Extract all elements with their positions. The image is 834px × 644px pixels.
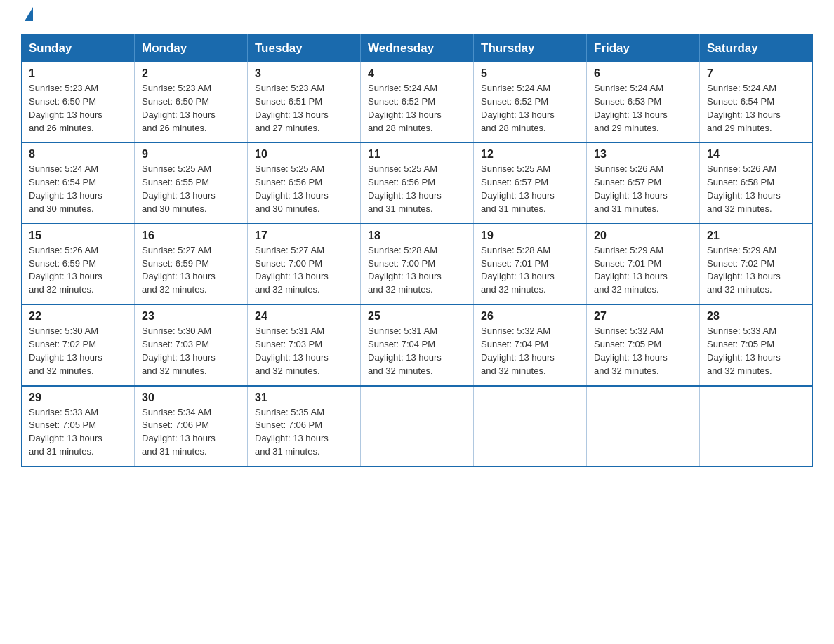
day-cell-10: 10 Sunrise: 5:25 AMSunset: 6:56 PMDaylig… bbox=[248, 142, 361, 223]
page-header bbox=[21, 14, 813, 21]
day-number: 21 bbox=[707, 229, 805, 242]
empty-cell bbox=[361, 386, 474, 467]
calendar-header: SundayMondayTuesdayWednesdayThursdayFrid… bbox=[22, 34, 813, 63]
day-number: 11 bbox=[368, 148, 466, 161]
day-cell-19: 19 Sunrise: 5:28 AMSunset: 7:01 PMDaylig… bbox=[474, 224, 587, 304]
day-info: Sunrise: 5:24 AMSunset: 6:52 PMDaylight:… bbox=[481, 83, 555, 133]
day-info: Sunrise: 5:26 AMSunset: 6:58 PMDaylight:… bbox=[707, 163, 781, 214]
day-cell-5: 5 Sunrise: 5:24 AMSunset: 6:52 PMDayligh… bbox=[474, 62, 587, 142]
day-number: 4 bbox=[368, 67, 466, 80]
day-cell-1: 1 Sunrise: 5:23 AMSunset: 6:50 PMDayligh… bbox=[22, 62, 135, 142]
day-number: 28 bbox=[707, 310, 805, 323]
day-info: Sunrise: 5:28 AMSunset: 7:00 PMDaylight:… bbox=[368, 245, 442, 295]
day-cell-9: 9 Sunrise: 5:25 AMSunset: 6:55 PMDayligh… bbox=[135, 142, 248, 223]
day-cell-15: 15 Sunrise: 5:26 AMSunset: 6:59 PMDaylig… bbox=[22, 224, 135, 304]
header-day-wednesday: Wednesday bbox=[361, 34, 474, 63]
day-cell-29: 29 Sunrise: 5:33 AMSunset: 7:05 PMDaylig… bbox=[22, 386, 135, 467]
day-number: 3 bbox=[255, 67, 353, 80]
day-cell-12: 12 Sunrise: 5:25 AMSunset: 6:57 PMDaylig… bbox=[474, 142, 587, 223]
day-number: 18 bbox=[368, 229, 466, 242]
day-info: Sunrise: 5:32 AMSunset: 7:05 PMDaylight:… bbox=[594, 326, 668, 376]
day-cell-13: 13 Sunrise: 5:26 AMSunset: 6:57 PMDaylig… bbox=[587, 142, 700, 223]
day-cell-31: 31 Sunrise: 5:35 AMSunset: 7:06 PMDaylig… bbox=[248, 386, 361, 467]
empty-cell bbox=[474, 386, 587, 467]
week-row-4: 22 Sunrise: 5:30 AMSunset: 7:02 PMDaylig… bbox=[22, 304, 813, 385]
day-cell-23: 23 Sunrise: 5:30 AMSunset: 7:03 PMDaylig… bbox=[135, 304, 248, 385]
day-number: 31 bbox=[255, 391, 353, 404]
calendar-body: 1 Sunrise: 5:23 AMSunset: 6:50 PMDayligh… bbox=[22, 62, 813, 466]
day-info: Sunrise: 5:27 AMSunset: 6:59 PMDaylight:… bbox=[142, 245, 216, 295]
day-number: 13 bbox=[594, 148, 692, 161]
day-cell-28: 28 Sunrise: 5:33 AMSunset: 7:05 PMDaylig… bbox=[700, 304, 813, 385]
empty-cell bbox=[700, 386, 813, 467]
day-cell-4: 4 Sunrise: 5:24 AMSunset: 6:52 PMDayligh… bbox=[361, 62, 474, 142]
day-info: Sunrise: 5:31 AMSunset: 7:03 PMDaylight:… bbox=[255, 326, 329, 376]
week-row-5: 29 Sunrise: 5:33 AMSunset: 7:05 PMDaylig… bbox=[22, 386, 813, 467]
day-number: 7 bbox=[707, 67, 805, 80]
day-number: 6 bbox=[594, 67, 692, 80]
header-day-thursday: Thursday bbox=[474, 34, 587, 63]
day-info: Sunrise: 5:35 AMSunset: 7:06 PMDaylight:… bbox=[255, 407, 329, 457]
day-info: Sunrise: 5:25 AMSunset: 6:55 PMDaylight:… bbox=[142, 163, 216, 214]
day-number: 24 bbox=[255, 310, 353, 323]
day-cell-18: 18 Sunrise: 5:28 AMSunset: 7:00 PMDaylig… bbox=[361, 224, 474, 304]
day-cell-8: 8 Sunrise: 5:24 AMSunset: 6:54 PMDayligh… bbox=[22, 142, 135, 223]
day-cell-7: 7 Sunrise: 5:24 AMSunset: 6:54 PMDayligh… bbox=[700, 62, 813, 142]
week-row-2: 8 Sunrise: 5:24 AMSunset: 6:54 PMDayligh… bbox=[22, 142, 813, 223]
day-cell-25: 25 Sunrise: 5:31 AMSunset: 7:04 PMDaylig… bbox=[361, 304, 474, 385]
day-info: Sunrise: 5:24 AMSunset: 6:52 PMDaylight:… bbox=[368, 83, 442, 133]
week-row-3: 15 Sunrise: 5:26 AMSunset: 6:59 PMDaylig… bbox=[22, 224, 813, 304]
day-info: Sunrise: 5:29 AMSunset: 7:02 PMDaylight:… bbox=[707, 245, 781, 295]
day-cell-30: 30 Sunrise: 5:34 AMSunset: 7:06 PMDaylig… bbox=[135, 386, 248, 467]
header-row: SundayMondayTuesdayWednesdayThursdayFrid… bbox=[22, 34, 813, 63]
day-number: 25 bbox=[368, 310, 466, 323]
day-cell-21: 21 Sunrise: 5:29 AMSunset: 7:02 PMDaylig… bbox=[700, 224, 813, 304]
day-number: 15 bbox=[29, 229, 127, 242]
day-cell-27: 27 Sunrise: 5:32 AMSunset: 7:05 PMDaylig… bbox=[587, 304, 700, 385]
header-day-friday: Friday bbox=[587, 34, 700, 63]
day-number: 23 bbox=[142, 310, 240, 323]
day-info: Sunrise: 5:23 AMSunset: 6:50 PMDaylight:… bbox=[29, 83, 102, 133]
day-cell-17: 17 Sunrise: 5:27 AMSunset: 7:00 PMDaylig… bbox=[248, 224, 361, 304]
day-cell-20: 20 Sunrise: 5:29 AMSunset: 7:01 PMDaylig… bbox=[587, 224, 700, 304]
day-info: Sunrise: 5:28 AMSunset: 7:01 PMDaylight:… bbox=[481, 245, 555, 295]
header-day-sunday: Sunday bbox=[22, 34, 135, 63]
day-info: Sunrise: 5:25 AMSunset: 6:56 PMDaylight:… bbox=[368, 163, 442, 214]
day-info: Sunrise: 5:34 AMSunset: 7:06 PMDaylight:… bbox=[142, 407, 216, 457]
day-number: 12 bbox=[481, 148, 579, 161]
day-info: Sunrise: 5:33 AMSunset: 7:05 PMDaylight:… bbox=[707, 326, 781, 376]
day-info: Sunrise: 5:29 AMSunset: 7:01 PMDaylight:… bbox=[594, 245, 668, 295]
day-cell-6: 6 Sunrise: 5:24 AMSunset: 6:53 PMDayligh… bbox=[587, 62, 700, 142]
day-cell-24: 24 Sunrise: 5:31 AMSunset: 7:03 PMDaylig… bbox=[248, 304, 361, 385]
day-number: 30 bbox=[142, 391, 240, 404]
day-number: 20 bbox=[594, 229, 692, 242]
day-info: Sunrise: 5:23 AMSunset: 6:50 PMDaylight:… bbox=[142, 83, 216, 133]
day-number: 14 bbox=[707, 148, 805, 161]
day-info: Sunrise: 5:25 AMSunset: 6:56 PMDaylight:… bbox=[255, 163, 329, 214]
day-info: Sunrise: 5:23 AMSunset: 6:51 PMDaylight:… bbox=[255, 83, 329, 133]
day-number: 29 bbox=[29, 391, 127, 404]
calendar-table: SundayMondayTuesdayWednesdayThursdayFrid… bbox=[21, 34, 813, 467]
day-number: 22 bbox=[29, 310, 127, 323]
day-info: Sunrise: 5:32 AMSunset: 7:04 PMDaylight:… bbox=[481, 326, 555, 376]
header-day-tuesday: Tuesday bbox=[248, 34, 361, 63]
day-number: 5 bbox=[481, 67, 579, 80]
day-number: 9 bbox=[142, 148, 240, 161]
logo bbox=[21, 14, 33, 21]
day-number: 19 bbox=[481, 229, 579, 242]
day-cell-22: 22 Sunrise: 5:30 AMSunset: 7:02 PMDaylig… bbox=[22, 304, 135, 385]
empty-cell bbox=[587, 386, 700, 467]
day-info: Sunrise: 5:24 AMSunset: 6:54 PMDaylight:… bbox=[707, 83, 781, 133]
day-info: Sunrise: 5:24 AMSunset: 6:53 PMDaylight:… bbox=[594, 83, 668, 133]
day-cell-11: 11 Sunrise: 5:25 AMSunset: 6:56 PMDaylig… bbox=[361, 142, 474, 223]
day-info: Sunrise: 5:24 AMSunset: 6:54 PMDaylight:… bbox=[29, 163, 102, 214]
day-number: 17 bbox=[255, 229, 353, 242]
day-cell-3: 3 Sunrise: 5:23 AMSunset: 6:51 PMDayligh… bbox=[248, 62, 361, 142]
day-info: Sunrise: 5:31 AMSunset: 7:04 PMDaylight:… bbox=[368, 326, 442, 376]
day-info: Sunrise: 5:26 AMSunset: 6:57 PMDaylight:… bbox=[594, 163, 668, 214]
day-number: 10 bbox=[255, 148, 353, 161]
day-number: 8 bbox=[29, 148, 127, 161]
day-info: Sunrise: 5:33 AMSunset: 7:05 PMDaylight:… bbox=[29, 407, 102, 457]
day-cell-26: 26 Sunrise: 5:32 AMSunset: 7:04 PMDaylig… bbox=[474, 304, 587, 385]
day-number: 1 bbox=[29, 67, 127, 80]
